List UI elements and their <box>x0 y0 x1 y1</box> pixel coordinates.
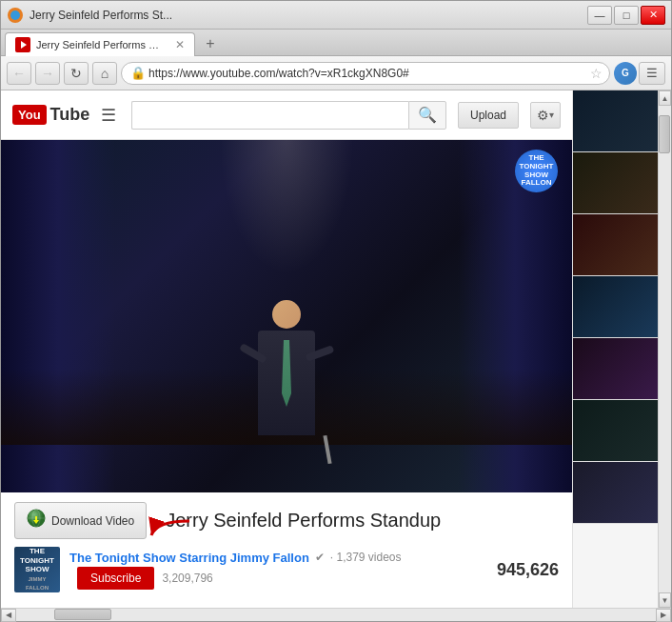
sidebar-thumb-7[interactable] <box>573 462 658 524</box>
subscribe-row: Subscribe 3,209,796 <box>69 567 402 590</box>
performer-figure <box>258 300 315 435</box>
video-section: You Tube ☰ 🔍 Upload ⚙ ▾ <box>1 90 572 608</box>
star-icon[interactable]: ☆ <box>590 66 603 81</box>
back-button[interactable]: ← <box>7 62 31 85</box>
search-bar: 🔍 <box>131 101 446 130</box>
search-button[interactable]: 🔍 <box>408 101 446 130</box>
active-tab[interactable]: Jerry Seinfeld Performs St... ✕ <box>5 32 195 55</box>
h-scroll-track[interactable] <box>16 609 656 621</box>
content-area: You Tube ☰ 🔍 Upload ⚙ ▾ <box>1 90 671 608</box>
horizontal-scrollbar: ◀ ▶ <box>1 608 671 621</box>
scroll-up-button[interactable]: ▲ <box>659 90 671 106</box>
h-scroll-thumb[interactable] <box>54 609 111 620</box>
sidebar-thumb-6[interactable] <box>573 400 658 462</box>
subscribe-button[interactable]: Subscribe <box>77 567 154 590</box>
download-video-label: Download Video <box>51 514 134 528</box>
tab-close-button[interactable]: ✕ <box>175 38 185 51</box>
window-controls: — □ ✕ <box>587 6 665 25</box>
video-frame: THE TONIGHT SHOW FALLON <box>1 140 572 492</box>
sidebar-thumb-5[interactable] <box>573 338 658 400</box>
view-count: 945,626 <box>497 560 559 580</box>
video-player[interactable]: THE TONIGHT SHOW FALLON ⏸ 🔊 1:29 / 5:36 <box>1 140 572 492</box>
channel-thumbnail[interactable]: THETONIGHTSHOWJIMMYFALLON <box>14 547 60 592</box>
scroll-thumb[interactable] <box>659 115 670 153</box>
video-title-row: Download Video Jerry S <box>14 502 559 539</box>
channel-name[interactable]: The Tonight Show Starring Jimmy Fallon <box>69 551 309 565</box>
window-title: Jerry Seinfeld Performs St... <box>30 9 587 22</box>
maximize-button[interactable]: □ <box>614 6 639 25</box>
sidebar-thumb-4[interactable] <box>573 276 658 338</box>
channel-info: The Tonight Show Starring Jimmy Fallon ✔… <box>69 551 402 590</box>
svg-point-1 <box>10 10 20 20</box>
sidebar-thumb-1[interactable] <box>573 90 658 152</box>
youtube-logo-box: You <box>12 105 47 125</box>
scroll-thumb-area[interactable] <box>659 106 671 592</box>
search-icon: 🔍 <box>418 106 437 124</box>
youtube-menu-icon[interactable]: ☰ <box>101 105 116 126</box>
settings-icon: ⚙ <box>537 108 549 123</box>
video-title: Jerry Seinfeld Performs Standup <box>166 510 441 532</box>
scroll-right-button[interactable]: ▶ <box>656 609 671 622</box>
verified-icon: ✔ <box>315 551 325 564</box>
search-input[interactable] <box>131 101 408 130</box>
channel-video-count: · 1,379 videos <box>330 551 402 564</box>
sidebar-thumb-2[interactable] <box>573 152 658 214</box>
performer-tie <box>282 340 291 407</box>
titlebar: Jerry Seinfeld Performs St... — □ ✕ <box>1 1 671 30</box>
channel-thumb-text: THETONIGHTSHOWJIMMYFALLON <box>20 547 54 592</box>
scroll-left-button[interactable]: ◀ <box>1 609 16 622</box>
address-settings-button[interactable]: ☰ <box>639 62 665 85</box>
address-input[interactable] <box>121 62 610 85</box>
youtube-settings-button[interactable]: ⚙ ▾ <box>530 102 561 129</box>
search-engine-icon[interactable]: G <box>614 62 637 85</box>
minimize-button[interactable]: — <box>587 6 612 25</box>
vertical-scrollbar: ▲ ▼ <box>658 90 671 608</box>
youtube-logo[interactable]: You Tube <box>12 105 89 125</box>
channel-name-row: The Tonight Show Starring Jimmy Fallon ✔… <box>69 551 402 565</box>
nbc-badge: THE TONIGHT SHOW FALLON <box>515 150 558 192</box>
close-button[interactable]: ✕ <box>641 6 665 25</box>
home-button[interactable]: ⌂ <box>92 62 117 85</box>
subscriber-count: 3,209,796 <box>162 572 212 585</box>
upload-button[interactable]: Upload <box>458 102 519 129</box>
youtube-logo-text: Tube <box>50 105 90 125</box>
scroll-down-button[interactable]: ▼ <box>659 592 671 608</box>
below-video: Download Video Jerry S <box>1 492 572 608</box>
lock-icon: 🔒 <box>130 66 146 80</box>
sidebar-thumb-3[interactable] <box>573 214 658 276</box>
tab-label: Jerry Seinfeld Performs St... <box>36 39 166 50</box>
settings-dropdown-icon: ▾ <box>549 110 554 120</box>
youtube-header: You Tube ☰ 🔍 Upload ⚙ ▾ <box>1 90 572 140</box>
download-icon <box>27 509 46 532</box>
browser-window: Jerry Seinfeld Performs St... — □ ✕ Jerr… <box>0 0 672 622</box>
address-bar: ← → ↻ ⌂ 🔒 ☆ G ☰ <box>1 56 671 90</box>
channel-row: THETONIGHTSHOWJIMMYFALLON The Tonight Sh… <box>14 547 559 592</box>
sidebar-thumbnails <box>572 90 658 608</box>
tab-favicon <box>15 37 30 52</box>
performer-head <box>272 300 301 329</box>
tabbar: Jerry Seinfeld Performs St... ✕ + <box>1 30 671 56</box>
new-tab-button[interactable]: + <box>199 32 222 55</box>
performer-body <box>258 331 315 435</box>
download-video-button[interactable]: Download Video <box>14 502 147 539</box>
forward-button[interactable]: → <box>35 62 60 85</box>
browser-logo <box>7 7 24 24</box>
refresh-button[interactable]: ↻ <box>64 62 89 85</box>
